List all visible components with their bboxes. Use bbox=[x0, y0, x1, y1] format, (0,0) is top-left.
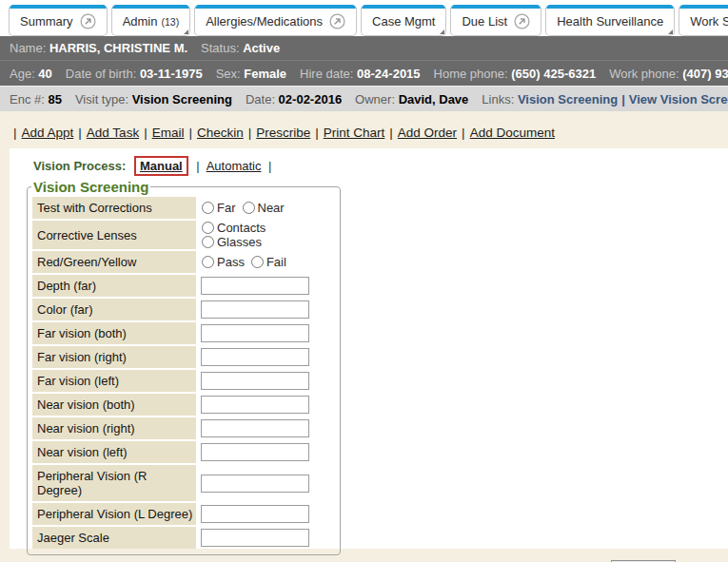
separator: | bbox=[621, 92, 625, 107]
action-link-add-order[interactable]: Add Order bbox=[398, 126, 457, 140]
row-label-color-far: Color (far) bbox=[32, 299, 196, 320]
field-owner: Owner: David, Dave bbox=[355, 92, 468, 107]
field-label: Name: bbox=[10, 41, 49, 55]
tab-label: Admin bbox=[123, 14, 158, 29]
row-control: PassFail bbox=[198, 251, 335, 273]
peripheral-vision-r-input[interactable] bbox=[201, 475, 309, 493]
action-link-add-document[interactable]: Add Document bbox=[470, 126, 555, 140]
separator: | bbox=[248, 126, 252, 140]
tab-label: Work Status bbox=[690, 14, 728, 29]
test-with-corrections-near-radio[interactable] bbox=[243, 202, 255, 214]
corrective-lenses-contacts-radio[interactable] bbox=[202, 222, 214, 234]
field-label: Enc #: bbox=[10, 92, 48, 107]
row-label-corrective-lenses: Corrective Lenses bbox=[32, 221, 196, 249]
far-vision-both-input[interactable] bbox=[201, 324, 309, 342]
row-label-peripheral-vision-l: Peripheral Vision (L Degree) bbox=[32, 503, 196, 525]
table-row: Color (far) bbox=[32, 299, 335, 320]
tab-health-surveillance[interactable]: Health Surveillance bbox=[545, 5, 675, 36]
separator: | bbox=[188, 126, 192, 140]
near-vision-left-input[interactable] bbox=[201, 443, 309, 461]
field-links: Links: Vision Screening|View Vision Scre… bbox=[482, 92, 728, 107]
row-control bbox=[198, 275, 335, 297]
row-control bbox=[198, 465, 335, 501]
table-row: Near vision (both) bbox=[32, 394, 335, 416]
action-links-row: |Add Appt|Add Task|Email|Checkin|Prescri… bbox=[0, 111, 728, 140]
field-value: 40 bbox=[38, 67, 51, 81]
row-control bbox=[198, 503, 335, 525]
red-green-yellow-fail-radio[interactable] bbox=[251, 256, 264, 268]
jaeger-scale-input[interactable] bbox=[201, 529, 309, 547]
depth-far-input[interactable] bbox=[201, 277, 309, 295]
row-control bbox=[198, 322, 335, 344]
corrective-lenses-contacts-option: Contacts bbox=[201, 221, 266, 235]
field-label: Sex: bbox=[216, 67, 245, 81]
tab-label: Allergies/Medications bbox=[206, 14, 323, 29]
near-vision-both-input[interactable] bbox=[201, 396, 309, 414]
test-with-corrections-far-radio[interactable] bbox=[202, 202, 214, 214]
field-label: Date of birth: bbox=[66, 67, 140, 81]
tab-admin[interactable]: Admin(13) bbox=[111, 5, 191, 36]
action-link-checkin[interactable]: Checkin bbox=[197, 126, 244, 140]
vision-process-row: Vision Process: Manual | Automatic | bbox=[10, 148, 728, 178]
action-link-add-appt[interactable]: Add Appt bbox=[22, 126, 74, 140]
field-label: Status: bbox=[201, 41, 243, 55]
action-link-prescribe[interactable]: Prescribe bbox=[256, 126, 310, 140]
action-link-email[interactable]: Email bbox=[152, 126, 185, 140]
row-control bbox=[198, 299, 335, 320]
separator: | bbox=[144, 126, 148, 140]
action-link-print-chart[interactable]: Print Chart bbox=[324, 126, 385, 140]
near-vision-right-input[interactable] bbox=[201, 419, 309, 437]
field-value: 85 bbox=[48, 92, 61, 107]
vision-screening-legend: Vision Screening bbox=[31, 179, 150, 195]
row-control bbox=[198, 346, 335, 368]
automatic-link[interactable]: Automatic bbox=[207, 159, 262, 173]
open-in-new-icon bbox=[80, 13, 96, 29]
field-date: Date: 02-02-2016 bbox=[246, 92, 342, 107]
radio-label: Fail bbox=[266, 255, 286, 269]
row-label-far-vision-both: Far vision (both) bbox=[32, 322, 196, 344]
radio-label: Near bbox=[258, 201, 285, 215]
tab-due-list[interactable]: Due List bbox=[450, 5, 541, 36]
row-label-test-with-corrections: Test with Corrections bbox=[32, 197, 196, 219]
row-control bbox=[198, 441, 335, 463]
corrective-lenses-glasses-radio[interactable] bbox=[202, 236, 214, 248]
encounter-link[interactable]: View Vision Screening bbox=[629, 92, 728, 107]
separator: | bbox=[315, 126, 319, 140]
demographics-bar: Age: 40Date of birth: 03-11-1975Sex: Fem… bbox=[0, 61, 728, 86]
field-value: (650) 425-6321 bbox=[511, 67, 596, 81]
table-row: Corrective LensesContactsGlasses bbox=[32, 221, 335, 249]
field-hire-date: Hire date: 08-24-2015 bbox=[300, 67, 420, 81]
tab-work-status[interactable]: Work Status bbox=[679, 5, 728, 36]
separator: | bbox=[268, 159, 271, 173]
tab-allergies-medications[interactable]: Allergies/Medications bbox=[194, 5, 357, 36]
encounter-link[interactable]: Vision Screening bbox=[518, 92, 618, 107]
field-age: Age: 40 bbox=[10, 67, 52, 81]
radio-label: Far bbox=[217, 201, 236, 215]
field-label: Date: bbox=[246, 92, 279, 107]
tab-count-badge: (13) bbox=[161, 16, 179, 28]
row-control: ContactsGlasses bbox=[198, 221, 335, 249]
submit-row: Submit bbox=[10, 555, 728, 562]
field-label: Age: bbox=[10, 67, 38, 81]
tab-label: Due List bbox=[462, 14, 507, 29]
manual-link[interactable]: Manual bbox=[140, 159, 183, 173]
field-enc-number: Enc #: 85 bbox=[10, 92, 62, 107]
tab-case-mgmt[interactable]: Case Mgmt bbox=[361, 5, 446, 36]
form-panel: Vision Process: Manual | Automatic | Vis… bbox=[10, 148, 728, 549]
table-row: Red/Green/YellowPassFail bbox=[32, 251, 335, 273]
tab-summary[interactable]: Summary bbox=[9, 5, 108, 36]
far-vision-right-input[interactable] bbox=[201, 348, 309, 366]
test-with-corrections-near-option: Near bbox=[242, 201, 285, 215]
separator: | bbox=[389, 126, 393, 140]
action-link-add-task[interactable]: Add Task bbox=[87, 126, 139, 140]
separator: | bbox=[78, 126, 82, 140]
far-vision-left-input[interactable] bbox=[201, 372, 309, 390]
row-label-far-vision-right: Far vision (right) bbox=[32, 346, 196, 368]
red-green-yellow-pass-radio[interactable] bbox=[202, 256, 214, 268]
tab-label: Summary bbox=[20, 14, 73, 29]
peripheral-vision-l-input[interactable] bbox=[201, 505, 309, 523]
field-home-phone: Home phone: (650) 425-6321 bbox=[434, 67, 597, 81]
color-far-input[interactable] bbox=[201, 300, 309, 319]
field-visit-type: Visit type: Vision Screening bbox=[75, 92, 232, 107]
separator: | bbox=[196, 159, 199, 173]
